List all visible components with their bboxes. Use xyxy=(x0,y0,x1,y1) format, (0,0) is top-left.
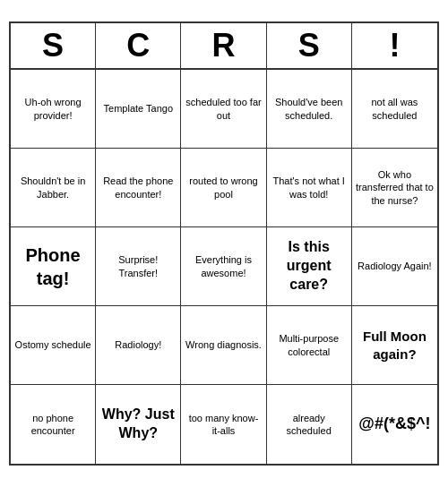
header-c: C xyxy=(96,23,181,68)
bingo-cell-6: Read the phone encounter! xyxy=(96,149,181,227)
header-s1: S xyxy=(11,23,96,68)
bingo-cell-8: That's not what I was told! xyxy=(267,149,352,227)
bingo-cell-21: Why? Just Why? xyxy=(96,385,181,464)
bingo-cell-16: Radiology! xyxy=(96,306,181,385)
bingo-cell-15: Ostomy schedule xyxy=(11,306,96,385)
bingo-cell-11: Surprise! Transfer! xyxy=(96,227,181,306)
bingo-cell-23: already scheduled xyxy=(267,385,352,464)
bingo-cell-5: Shouldn't be in Jabber. xyxy=(11,149,96,227)
bingo-cell-10: Phone tag! xyxy=(11,227,96,306)
bingo-cell-24: @#(*&$^! xyxy=(352,385,437,464)
bingo-cell-3: Should've been scheduled. xyxy=(267,70,352,149)
bingo-grid: Uh-oh wrong provider!Template Tangosched… xyxy=(11,70,437,464)
bingo-cell-4: not all was scheduled xyxy=(352,70,437,149)
bingo-cell-18: Multi-purpose colorectal xyxy=(267,306,352,385)
bingo-cell-13: Is this urgent care? xyxy=(267,227,352,306)
bingo-cell-0: Uh-oh wrong provider! xyxy=(11,70,96,149)
bingo-cell-14: Radiology Again! xyxy=(352,227,437,306)
bingo-cell-17: Wrong diagnosis. xyxy=(181,306,266,385)
bingo-cell-12: Everything is awesome! xyxy=(181,227,266,306)
bingo-cell-22: too many know-it-alls xyxy=(181,385,266,464)
bingo-cell-1: Template Tango xyxy=(96,70,181,149)
bingo-cell-19: Full Moon again? xyxy=(352,306,437,385)
header-exclaim: ! xyxy=(352,23,437,68)
bingo-cell-2: scheduled too far out xyxy=(181,70,266,149)
bingo-cell-9: Ok who transferred that to the nurse? xyxy=(352,149,437,227)
bingo-cell-20: no phone encounter xyxy=(11,385,96,464)
bingo-cell-7: routed to wrong pool xyxy=(181,149,266,227)
bingo-card: S C R S ! Uh-oh wrong provider!Template … xyxy=(9,21,439,466)
header-s2: S xyxy=(267,23,352,68)
header-r: R xyxy=(181,23,266,68)
bingo-header: S C R S ! xyxy=(11,23,437,70)
